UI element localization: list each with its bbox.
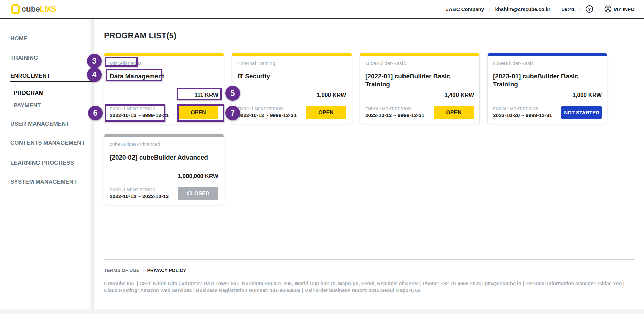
enrollment-period-dates: 2023-10-20 ~ 9999-12-31 xyxy=(493,112,552,118)
card-price: 1,000 KRW xyxy=(572,92,602,99)
header-separator: | xyxy=(489,7,490,12)
card-bottom-row: ENROLLMENT PERIOD 2022-10-12 ~ 9999-12-3… xyxy=(237,106,346,119)
sidebar-item-learning-progress[interactable]: LEARNING PROGRESS xyxy=(10,160,74,166)
status-button[interactable]: CLOSED xyxy=(178,187,218,200)
session-timer: 59:41 xyxy=(562,6,575,12)
card-top-bar xyxy=(488,53,607,56)
terms-of-use-link[interactable]: TERMS OF USE xyxy=(104,268,139,273)
annotation-badge-6: 6 xyxy=(88,106,103,120)
logo-text: cubeLMS xyxy=(22,5,56,14)
enrollment-period-dates: 2022-10-12 ~ 9999-12-31 xyxy=(237,112,297,118)
sidebar-item-enrollment[interactable]: ENROLLMENT xyxy=(10,73,50,79)
annotation-box-title xyxy=(106,69,162,81)
active-menu-underline xyxy=(10,81,93,82)
page-title: PROGRAM LIST(5) xyxy=(104,31,176,40)
sidebar: HOMETRAININGENROLLMENTPROGRAMPAYMENTUSER… xyxy=(0,19,94,309)
help-icon[interactable]: ? xyxy=(586,5,593,13)
sidebar-item-payment[interactable]: PAYMENT xyxy=(14,102,41,109)
annotation-box-category xyxy=(105,57,138,67)
card-title: [2022-01] cubeBuilder Basic Training xyxy=(365,72,474,88)
card-top-bar xyxy=(104,53,224,56)
header-separator: | xyxy=(555,7,556,12)
header-account-bar: #ABC Company | khshim@crscube.co.kr | 59… xyxy=(446,5,635,13)
card-price: 1,000,000 KRW xyxy=(178,173,218,180)
company-info: CRScube Inc. | CEO: Kidon Kim | Address:… xyxy=(104,280,635,294)
card-top-bar xyxy=(232,53,352,56)
program-card[interactable]: cubeBuilder-Basic [2023-01] cubeBuilder … xyxy=(487,53,607,124)
card-category: cubeBuilder-Basic xyxy=(493,60,602,69)
cube-logo-icon xyxy=(11,4,20,14)
program-card[interactable]: cubeBuilder-Advanced [2020-02] cubeBuild… xyxy=(104,134,224,205)
sidebar-item-home[interactable]: HOME xyxy=(10,35,28,42)
annotation-box-price xyxy=(177,88,222,100)
sidebar-item-contents-management[interactable]: CONTENTS MANAGEMENT xyxy=(10,140,85,146)
enrollment-period-label: ENROLLMENT PERIOD xyxy=(237,107,297,111)
top-header: cubeLMS #ABC Company | khshim@crscube.co… xyxy=(0,0,644,19)
card-price: 1,400 KRW xyxy=(444,92,474,99)
footer-links: TERMS OF USE | PRIVACY POLICY xyxy=(104,268,635,273)
enrollment-period: ENROLLMENT PERIOD 2023-10-20 ~ 9999-12-3… xyxy=(493,107,552,118)
annotation-box-period xyxy=(105,104,165,122)
status-button[interactable]: NOT STARTED xyxy=(561,106,602,119)
card-category: External Training xyxy=(237,60,346,69)
header-user-email: khshim@crscube.co.kr xyxy=(495,6,551,12)
logo[interactable]: cubeLMS xyxy=(11,4,56,14)
annotation-badge-4: 4 xyxy=(87,67,102,82)
footer-separator: | xyxy=(143,268,144,273)
enrollment-period: ENROLLMENT PERIOD 2022-10-12 ~ 9999-12-3… xyxy=(237,107,297,118)
enrollment-period-label: ENROLLMENT PERIOD xyxy=(110,188,169,192)
card-top-bar xyxy=(360,53,479,56)
annotation-badge-3: 3 xyxy=(87,54,102,68)
logo-text-lms: LMS xyxy=(40,5,56,13)
enrollment-period-label: ENROLLMENT PERIOD xyxy=(365,107,424,111)
card-bottom-row: ENROLLMENT PERIOD 2022-10-12 ~ 9999-12-3… xyxy=(365,106,474,119)
enrollment-period: ENROLLMENT PERIOD 2022-10-12 ~ 2022-10-1… xyxy=(110,188,169,199)
card-top-bar xyxy=(104,134,224,137)
card-title: IT Security xyxy=(237,72,346,80)
enrollment-period-dates: 2022-10-12 ~ 2022-10-12 xyxy=(110,193,169,199)
program-card[interactable]: cubeBuilder-Basic [2022-01] cubeBuilder … xyxy=(360,53,480,124)
status-button[interactable]: OPEN xyxy=(434,106,474,119)
app-page: cubeLMS #ABC Company | khshim@crscube.co… xyxy=(0,0,644,309)
user-icon xyxy=(604,5,612,13)
annotation-box-status xyxy=(177,104,224,122)
card-price: 1,000 KRW xyxy=(317,92,346,99)
program-card[interactable]: External Training IT Security 1,000 KRW … xyxy=(232,53,352,124)
sidebar-item-user-management[interactable]: USER MANAGEMENT xyxy=(10,121,69,127)
enrollment-period: ENROLLMENT PERIOD 2022-10-12 ~ 9999-12-3… xyxy=(365,107,424,118)
sidebar-item-training[interactable]: TRAINING xyxy=(10,55,38,61)
status-button[interactable]: OPEN xyxy=(306,106,346,119)
enrollment-period-label: ENROLLMENT PERIOD xyxy=(493,107,552,111)
header-separator: | xyxy=(580,7,581,12)
header-separator: | xyxy=(598,7,599,12)
card-category: cubeBuilder-Advanced xyxy=(110,141,218,150)
sidebar-nav: HOMETRAININGENROLLMENTPROGRAMPAYMENTUSER… xyxy=(0,19,94,309)
program-card-grid: Miscellaneous Data Management 111 KRW EN… xyxy=(104,53,607,205)
header-company-name: #ABC Company xyxy=(446,6,484,12)
card-title: [2020-02] cubeBuilder Advanced xyxy=(110,153,218,162)
card-category: cubeBuilder-Basic xyxy=(365,60,474,69)
privacy-policy-link[interactable]: PRIVACY POLICY xyxy=(147,268,186,273)
sidebar-item-system-management[interactable]: SYSTEM MANAGEMENT xyxy=(10,179,77,185)
my-info-button[interactable]: MY INFO xyxy=(604,5,635,13)
card-bottom-row: ENROLLMENT PERIOD 2023-10-20 ~ 9999-12-3… xyxy=(493,106,602,119)
footer: TERMS OF USE | PRIVACY POLICY CRScube In… xyxy=(104,259,635,294)
annotation-badge-7: 7 xyxy=(225,106,240,120)
logo-text-cube: cube xyxy=(22,5,40,13)
enrollment-period-dates: 2022-10-12 ~ 9999-12-31 xyxy=(365,112,424,118)
card-bottom-row: ENROLLMENT PERIOD 2022-10-12 ~ 2022-10-1… xyxy=(110,187,218,200)
sidebar-item-program[interactable]: PROGRAM xyxy=(14,90,44,97)
annotation-badge-5: 5 xyxy=(225,86,240,101)
my-info-label: MY INFO xyxy=(614,6,635,12)
card-title: [2023-01] cubeBuilder Basic Training xyxy=(493,72,602,88)
